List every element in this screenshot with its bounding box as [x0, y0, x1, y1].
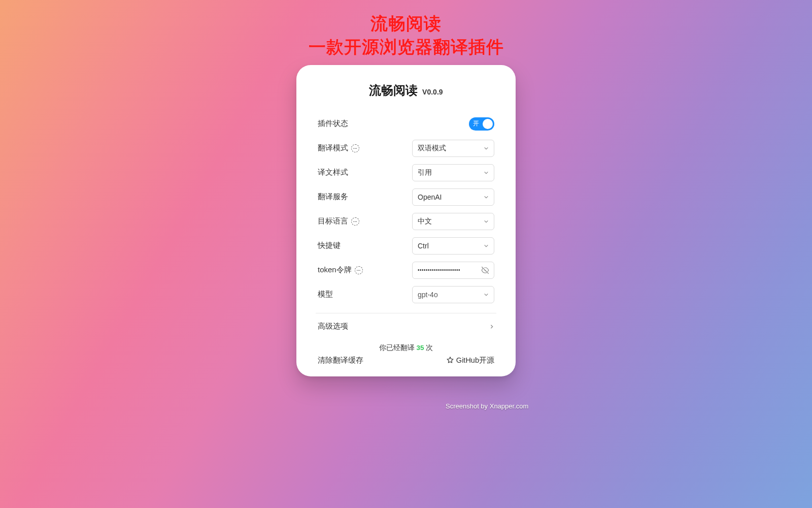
- model-select[interactable]: gpt-4o: [412, 286, 494, 303]
- card-title: 流畅阅读 V0.0.9: [318, 82, 494, 99]
- chevron-down-icon: [484, 243, 489, 248]
- chevron-right-icon: [489, 322, 494, 331]
- mode-select[interactable]: 双语模式: [412, 140, 494, 157]
- chevron-down-icon: [484, 170, 489, 175]
- app-name: 流畅阅读: [369, 83, 418, 97]
- chevron-down-icon: [484, 146, 489, 151]
- row-token: token令牌 •••••••••••••••••••••: [318, 258, 494, 282]
- label-service: 翻译服务: [318, 192, 348, 202]
- label-mode: 翻译模式: [318, 143, 359, 153]
- advanced-label: 高级选项: [318, 322, 348, 331]
- help-icon[interactable]: [355, 266, 363, 274]
- translation-stats: 你已经翻译 35 次: [318, 343, 494, 353]
- row-mode: 翻译模式 双语模式: [318, 136, 494, 161]
- model-value: gpt-4o: [418, 291, 438, 299]
- screenshot-credit: Screenshot by Xnapper.com: [446, 402, 528, 410]
- toggle-on-text: 开: [473, 119, 479, 128]
- label-target-language: 目标语言: [318, 216, 359, 226]
- github-label: GitHub开源: [456, 356, 494, 365]
- label-style: 译文样式: [318, 168, 348, 177]
- token-masked: •••••••••••••••••••••: [418, 267, 460, 273]
- hero-line1: 流畅阅读: [0, 12, 812, 36]
- star-icon: [446, 356, 454, 364]
- chevron-down-icon: [484, 219, 489, 224]
- github-link[interactable]: GitHub开源: [446, 356, 494, 365]
- hotkey-value: Ctrl: [418, 242, 429, 250]
- help-icon[interactable]: [351, 217, 359, 226]
- hero-line2: 一款开源浏览器翻译插件: [0, 36, 812, 59]
- row-model: 模型 gpt-4o: [318, 282, 494, 307]
- stats-count: 35: [416, 344, 424, 352]
- mode-value: 双语模式: [418, 144, 446, 153]
- target-language-select[interactable]: 中文: [412, 213, 494, 230]
- label-hotkey: 快捷键: [318, 241, 341, 250]
- row-service: 翻译服务 OpenAI: [318, 185, 494, 209]
- row-style: 译文样式 引用: [318, 161, 494, 185]
- label-model: 模型: [318, 290, 333, 299]
- app-version: V0.0.9: [422, 88, 443, 96]
- row-hotkey: 快捷键 Ctrl: [318, 234, 494, 258]
- hero-title: 流畅阅读 一款开源浏览器翻译插件: [0, 0, 812, 59]
- row-plugin-state: 插件状态 开: [318, 112, 494, 136]
- row-target-language: 目标语言 中文: [318, 209, 494, 234]
- plugin-state-toggle[interactable]: 开: [469, 117, 494, 131]
- clear-cache-link[interactable]: 清除翻译缓存: [318, 356, 363, 365]
- label-token: token令牌: [318, 265, 363, 275]
- settings-card: 流畅阅读 V0.0.9 插件状态 开 翻译模式 双语模式 译文样式 引用: [296, 65, 516, 376]
- eye-off-icon[interactable]: [481, 266, 490, 275]
- service-select[interactable]: OpenAI: [412, 188, 494, 206]
- chevron-down-icon: [484, 292, 489, 297]
- chevron-down-icon: [484, 195, 489, 200]
- advanced-options-row[interactable]: 高级选项: [318, 313, 494, 336]
- label-plugin-state: 插件状态: [318, 119, 348, 129]
- hotkey-select[interactable]: Ctrl: [412, 237, 494, 255]
- help-icon[interactable]: [351, 144, 359, 152]
- service-value: OpenAI: [418, 193, 442, 201]
- style-select[interactable]: 引用: [412, 164, 494, 181]
- style-value: 引用: [418, 168, 432, 177]
- token-input[interactable]: •••••••••••••••••••••: [412, 262, 494, 279]
- target-language-value: 中文: [418, 217, 432, 226]
- card-footer: 清除翻译缓存 GitHub开源: [318, 356, 494, 365]
